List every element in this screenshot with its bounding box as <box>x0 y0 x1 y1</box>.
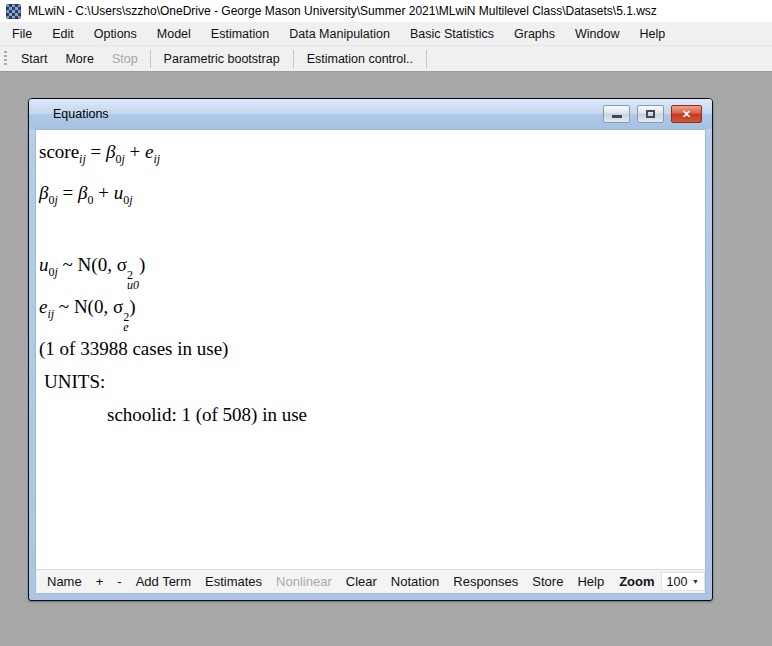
mdi-client-area: Equations ✕ scoreij = β0j + eijβ0j = β0 … <box>0 73 772 646</box>
more-button[interactable]: More <box>56 52 102 66</box>
menu-basic-statistics[interactable]: Basic Statistics <box>400 22 504 45</box>
equation-line: UNITS: <box>39 365 697 398</box>
equations-content: scoreij = β0j + eijβ0j = β0 + u0ju0j ~ N… <box>36 130 705 569</box>
superscript-subscript-stack: 2u0 <box>127 270 139 290</box>
close-button[interactable]: ✕ <box>671 105 702 123</box>
equations-window-title: Equations <box>53 107 109 121</box>
window-control-buttons: ✕ <box>603 105 702 123</box>
equation-line: eij ~ N(0, σ2e) <box>39 290 697 332</box>
toolbar-separator <box>426 50 427 68</box>
equations-window: Equations ✕ scoreij = β0j + eijβ0j = β0 … <box>28 98 713 601</box>
parametric-bootstrap-button[interactable]: Parametric bootstrap <box>154 52 290 66</box>
menu-graphs[interactable]: Graphs <box>504 22 565 45</box>
nonlinear-button: Nonlinear <box>269 574 339 589</box>
equation-line: u0j ~ N(0, σ2u0) <box>39 248 697 290</box>
estimation-control-button[interactable]: Estimation control.. <box>297 52 423 66</box>
menu-estimation[interactable]: Estimation <box>201 22 279 45</box>
toolbar-grip-handle[interactable] <box>4 51 7 67</box>
main-window-title: MLwiN - C:\Users\szzho\OneDrive - George… <box>28 4 657 18</box>
add-term-button[interactable]: Add Term <box>129 574 198 589</box>
menu-help[interactable]: Help <box>630 22 676 45</box>
minus-button[interactable]: - <box>110 574 128 589</box>
chevron-down-icon: ▼ <box>692 578 699 585</box>
main-titlebar: MLwiN - C:\Users\szzho\OneDrive - George… <box>0 0 772 22</box>
toolbar-separator <box>150 50 151 68</box>
name-button[interactable]: Name <box>40 574 89 589</box>
menu-file[interactable]: File <box>2 22 42 45</box>
estimates-button[interactable]: Estimates <box>198 574 269 589</box>
equations-toolbar: Name + - Add Term Estimates Nonlinear Cl… <box>36 569 705 593</box>
clear-button[interactable]: Clear <box>339 574 384 589</box>
equations-body: scoreij = β0j + eijβ0j = β0 + u0ju0j ~ N… <box>35 129 706 594</box>
maximize-icon <box>646 110 655 118</box>
maximize-button[interactable] <box>637 105 664 123</box>
store-button[interactable]: Store <box>525 574 570 589</box>
mlwin-application-window: MLwiN - C:\Users\szzho\OneDrive - George… <box>0 0 772 646</box>
menu-options[interactable]: Options <box>84 22 147 45</box>
toolbar-separator <box>293 50 294 68</box>
minimize-button[interactable] <box>603 105 630 123</box>
equation-line: scoreij = β0j + eij <box>39 135 697 176</box>
equation-line: (1 of 33988 cases in use) <box>39 332 697 365</box>
zoom-value: 100 <box>667 575 688 589</box>
stop-button: Stop <box>103 52 147 66</box>
menu-bar: File Edit Options Model Estimation Data … <box>0 22 772 46</box>
equation-line: schoolid: 1 (of 508) in use <box>39 398 697 431</box>
minimize-icon <box>612 115 622 118</box>
menu-window[interactable]: Window <box>565 22 629 45</box>
notation-button[interactable]: Notation <box>384 574 446 589</box>
mlwin-app-icon[interactable] <box>6 4 21 19</box>
zoom-label: Zoom <box>611 574 658 589</box>
equation-line <box>39 217 697 248</box>
start-button[interactable]: Start <box>12 52 56 66</box>
menu-model[interactable]: Model <box>147 22 201 45</box>
responses-button[interactable]: Responses <box>446 574 525 589</box>
equations-titlebar[interactable]: Equations ✕ <box>29 99 712 129</box>
zoom-select[interactable]: 100 ▼ <box>661 572 705 591</box>
menu-data-manipulation[interactable]: Data Manipulation <box>279 22 400 45</box>
menu-edit[interactable]: Edit <box>42 22 84 45</box>
help-button[interactable]: Help <box>570 574 611 589</box>
plus-button[interactable]: + <box>89 574 111 589</box>
equation-line: β0j = β0 + u0j <box>39 176 697 217</box>
close-icon: ✕ <box>682 108 691 121</box>
run-toolbar: Start More Stop Parametric bootstrap Est… <box>0 46 772 72</box>
